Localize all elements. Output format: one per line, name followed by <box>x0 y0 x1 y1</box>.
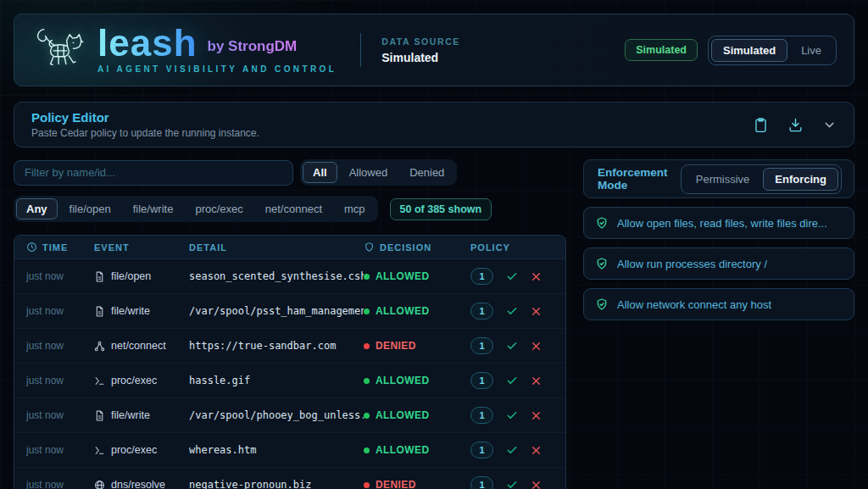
col-decision: DECISION <box>364 242 470 253</box>
row-time: just now <box>26 305 94 317</box>
tab-allowed[interactable]: Allowed <box>339 162 398 183</box>
event-type-chips: Any file/open file/write proc/exec net/c… <box>14 196 378 222</box>
approve-policy-button[interactable] <box>506 444 518 456</box>
table-header-row: TIME EVENT DETAIL DECISION POLICY <box>14 236 565 259</box>
policy-count-badge[interactable]: 1 <box>470 268 493 285</box>
reject-policy-button[interactable] <box>531 271 542 282</box>
file-icon <box>94 410 105 421</box>
row-time: just now <box>26 340 94 352</box>
tab-denied[interactable]: Denied <box>399 162 454 183</box>
row-detail: whereas.htm <box>189 444 364 456</box>
clipboard-icon[interactable] <box>753 117 769 133</box>
approve-policy-button[interactable] <box>506 409 518 421</box>
shown-count-badge: 50 of 385 shown <box>390 198 492 220</box>
data-source-value: Simulated <box>381 51 460 64</box>
row-detail: /var/spool/phooey_bog_unless.xh <box>189 409 364 421</box>
chip-mcp[interactable]: mcp <box>334 198 376 219</box>
policy-rule-card[interactable]: Allow open files, read files, write file… <box>583 207 854 239</box>
filter-input[interactable] <box>14 160 293 186</box>
tab-all[interactable]: All <box>303 162 337 183</box>
chevron-down-icon[interactable] <box>822 118 837 132</box>
policy-editor-text: Policy Editor Paste Cedar policy to upda… <box>31 110 259 139</box>
policy-rule-label: Allow open files, read files, write file… <box>617 217 827 230</box>
reject-policy-button[interactable] <box>531 445 542 456</box>
brand-byline: by StrongDM <box>208 38 298 59</box>
download-icon[interactable] <box>787 117 804 133</box>
policy-count-badge[interactable]: 1 <box>470 303 493 320</box>
reject-policy-button[interactable] <box>531 341 542 352</box>
toggle-option-permissive[interactable]: Permissive <box>684 168 762 191</box>
approve-policy-button[interactable] <box>506 375 518 386</box>
chip-any[interactable]: Any <box>16 198 58 219</box>
policy-rule-card[interactable]: Allow run processes directory / <box>583 247 854 280</box>
chip-file-write[interactable]: file/write <box>123 198 184 219</box>
events-table: TIME EVENT DETAIL DECISION POLICY just n… <box>14 235 566 489</box>
approve-policy-button[interactable] <box>506 270 518 282</box>
approve-policy-button[interactable] <box>506 479 518 489</box>
decision-badge: ALLOWED <box>364 444 470 456</box>
reject-policy-button[interactable] <box>531 480 542 489</box>
enforcement-mode-card: Enforcement Mode Permissive Enforcing <box>583 159 854 198</box>
row-detail: negative-pronoun.biz <box>189 479 364 489</box>
table-row[interactable]: just now proc/exec whereas.htm ALLOWED 1 <box>14 433 565 468</box>
table-row[interactable]: just now file/write /var/spool/phooey_bo… <box>14 398 565 433</box>
approve-policy-button[interactable] <box>506 340 518 352</box>
col-detail: DETAIL <box>189 242 364 253</box>
reject-policy-button[interactable] <box>531 375 542 386</box>
reject-policy-button[interactable] <box>531 410 542 421</box>
toggle-option-live[interactable]: Live <box>789 39 833 62</box>
header-divider <box>360 33 361 67</box>
decision-badge: DENIED <box>364 479 470 489</box>
reject-policy-button[interactable] <box>531 306 542 317</box>
chip-net-connect[interactable]: net/connect <box>255 198 332 219</box>
policy-rule-card[interactable]: Allow network connect any host <box>583 288 854 320</box>
col-event: EVENT <box>94 242 189 253</box>
table-row[interactable]: just now proc/exec hassle.gif ALLOWED 1 <box>14 364 565 398</box>
policy-editor-title: Policy Editor <box>31 110 259 125</box>
status-dot <box>364 482 370 488</box>
clock-icon <box>26 242 37 253</box>
decision-badge: ALLOWED <box>364 270 470 282</box>
data-source-toggle: Simulated Live <box>708 36 837 65</box>
row-time: just now <box>26 270 94 282</box>
status-dot <box>364 447 370 453</box>
toggle-option-enforcing[interactable]: Enforcing <box>763 168 838 191</box>
globe-icon <box>94 480 105 489</box>
table-row[interactable]: just now file/open season_scented_synthe… <box>14 259 565 294</box>
row-event: net/connect <box>94 340 189 352</box>
shield-check-icon <box>595 297 609 311</box>
policy-count-badge[interactable]: 1 <box>470 476 493 489</box>
policy-editor-bar[interactable]: Policy Editor Paste Cedar policy to upda… <box>14 102 854 147</box>
brand-text: leash by StrongDM AI AGENT VISIBILITY AN… <box>97 26 337 75</box>
policy-count-badge[interactable]: 1 <box>470 442 493 458</box>
file-icon <box>94 271 105 282</box>
row-detail: season_scented_synthesise.csh <box>189 270 364 282</box>
toggle-option-simulated[interactable]: Simulated <box>711 39 787 62</box>
row-detail: https://true-sandbar.com <box>189 340 364 352</box>
table-row[interactable]: just now net/connect https://true-sandba… <box>14 329 565 364</box>
policy-count-badge[interactable]: 1 <box>470 407 493 424</box>
approve-policy-button[interactable] <box>506 305 518 317</box>
chip-proc-exec[interactable]: proc/exec <box>185 198 253 219</box>
row-time: just now <box>26 444 94 456</box>
decision-badge: ALLOWED <box>364 409 470 421</box>
page: leash by StrongDM AI AGENT VISIBILITY AN… <box>0 0 868 489</box>
row-time: just now <box>26 479 94 489</box>
network-icon <box>94 341 105 352</box>
table-row[interactable]: just now file/write /var/spool/psst_ham_… <box>14 294 565 329</box>
shield-icon <box>364 242 375 253</box>
status-dot <box>364 413 370 419</box>
chip-file-open[interactable]: file/open <box>59 198 121 219</box>
enforcement-mode-label: Enforcement Mode <box>598 166 681 192</box>
data-source-block: DATA SOURCE Simulated <box>381 36 460 64</box>
decision-tabs: All Allowed Denied <box>300 159 457 186</box>
row-event: dns/resolve <box>94 479 189 489</box>
app-header: leash by StrongDM AI AGENT VISIBILITY AN… <box>14 14 854 86</box>
terminal-icon <box>94 445 105 456</box>
policy-count-badge[interactable]: 1 <box>470 337 493 354</box>
row-event: file/write <box>94 409 189 421</box>
policy-editor-subtitle: Paste Cedar policy to update the running… <box>31 127 259 139</box>
policy-count-badge[interactable]: 1 <box>470 372 493 389</box>
table-row[interactable]: just now dns/resolve negative-pronoun.bi… <box>14 468 565 489</box>
row-time: just now <box>26 409 94 421</box>
